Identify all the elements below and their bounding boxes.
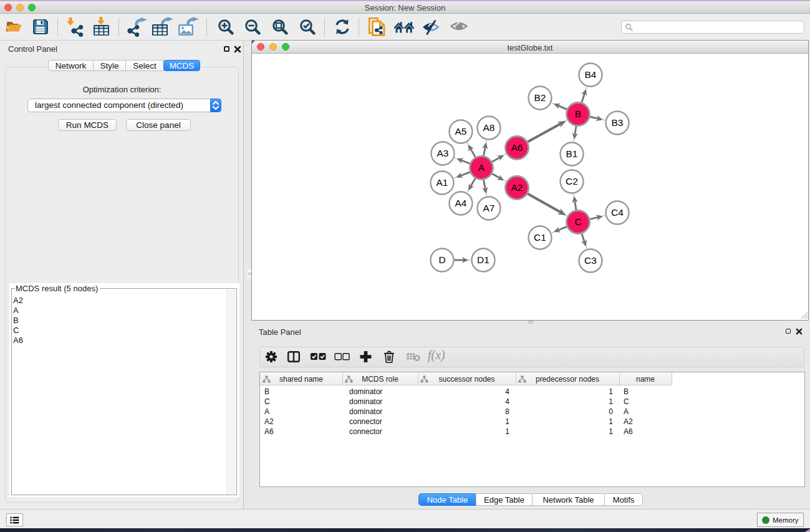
svg-text:A1: A1 xyxy=(436,177,448,188)
svg-text:A7: A7 xyxy=(483,203,495,213)
svg-text:C3: C3 xyxy=(584,255,597,266)
svg-text:D1: D1 xyxy=(477,254,489,265)
svg-text:B2: B2 xyxy=(534,92,546,103)
svg-text:A: A xyxy=(478,162,485,173)
svg-text:C2: C2 xyxy=(566,176,578,186)
svg-text:D: D xyxy=(438,254,445,265)
svg-text:B3: B3 xyxy=(612,117,624,128)
svg-text:C1: C1 xyxy=(534,232,546,243)
svg-text:A6: A6 xyxy=(511,142,523,153)
svg-text:A8: A8 xyxy=(483,122,495,133)
svg-text:A2: A2 xyxy=(511,182,523,193)
svg-text:B4: B4 xyxy=(585,69,597,80)
svg-text:A3: A3 xyxy=(437,148,449,158)
svg-text:A4: A4 xyxy=(455,198,467,208)
svg-text:B: B xyxy=(575,109,581,119)
svg-text:B1: B1 xyxy=(566,148,578,159)
svg-text:C4: C4 xyxy=(611,207,624,218)
svg-text:C: C xyxy=(574,216,581,227)
svg-text:A5: A5 xyxy=(455,126,467,137)
